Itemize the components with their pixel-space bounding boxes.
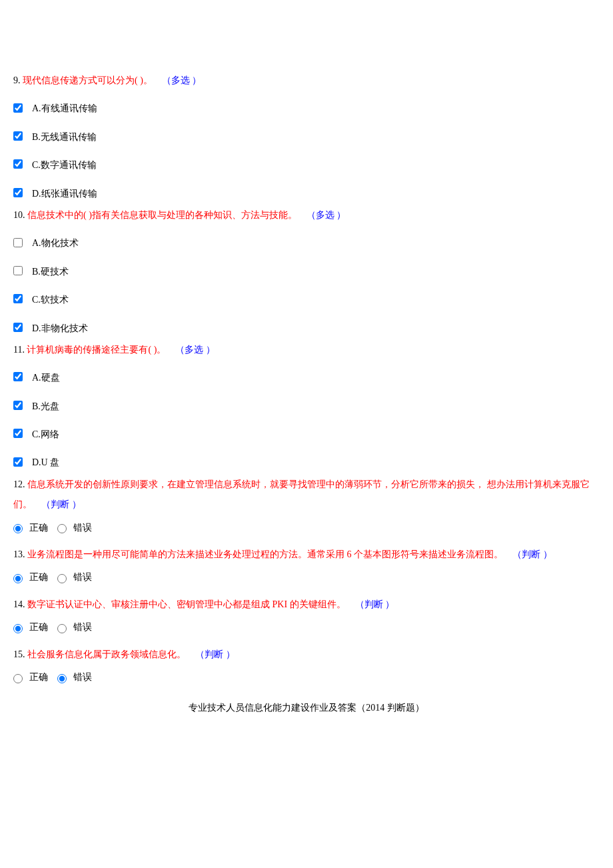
question-15: 15. 社会服务信息化属于政务领域信息化。 （判断 ）: [13, 647, 600, 662]
checkbox-option-a[interactable]: [13, 372, 23, 381]
true-false-row: 正确 错误: [13, 620, 600, 635]
question-12-line2: 们。 （判断 ）: [13, 497, 600, 512]
question-10: 10. 信息技术中的( )指有关信息获取与处理的各种知识、方法与技能。 （多选 …: [13, 208, 600, 223]
question-text: 业务流程图是一种用尽可能简单的方法来描述业务处理过程的方法。通常采用 6 个基本…: [27, 549, 503, 559]
option-label: C.数字通讯传输: [32, 158, 97, 173]
false-label: 错误: [73, 670, 92, 685]
question-number: 14.: [13, 599, 25, 609]
true-false-row: 正确 错误: [13, 670, 600, 685]
option-label: A.物化技术: [32, 236, 79, 251]
option-label: B.硬技术: [32, 265, 69, 279]
checkbox-option-b[interactable]: [13, 401, 23, 410]
checkbox-option-c[interactable]: [13, 159, 23, 169]
question-text-cont: 们。: [13, 499, 32, 509]
true-label: 正确: [29, 570, 48, 585]
radio-true[interactable]: [13, 524, 23, 533]
question-type-tag: （判断 ）: [195, 649, 235, 659]
option-row-b: B.光盘: [13, 399, 600, 414]
question-type-tag: （判断 ）: [41, 499, 81, 509]
checkbox-option-b[interactable]: [13, 131, 23, 141]
radio-false[interactable]: [57, 624, 67, 633]
question-text: 现代信息传递方式可以分为( )。: [23, 75, 153, 85]
option-label: B.光盘: [32, 399, 59, 414]
question-type-tag: （多选 ）: [306, 210, 346, 220]
radio-true[interactable]: [13, 674, 23, 683]
checkbox-option-a[interactable]: [13, 238, 23, 247]
radio-true[interactable]: [13, 624, 23, 633]
question-number: 10.: [13, 210, 25, 220]
true-label: 正确: [29, 620, 48, 635]
option-row-a: A.有线通讯传输: [13, 101, 600, 116]
question-text: 信息技术中的( )指有关信息获取与处理的各种知识、方法与技能。: [27, 210, 297, 220]
question-number: 12.: [13, 479, 25, 489]
option-label: D.U 盘: [32, 455, 59, 470]
true-label: 正确: [29, 670, 48, 685]
radio-false[interactable]: [57, 574, 67, 583]
option-label: B.无线通讯传输: [32, 130, 97, 145]
question-type-tag: （多选 ）: [162, 75, 202, 85]
question-text: 社会服务信息化属于政务领域信息化。: [27, 649, 186, 659]
option-label: D.非物化技术: [32, 321, 88, 336]
question-text: 信息系统开发的创新性原则要求，在建立管理信息系统时，就要寻找管理中的薄弱环节，分…: [27, 479, 590, 489]
checkbox-option-d[interactable]: [13, 188, 23, 197]
option-row-d: D.纸张通讯传输: [13, 187, 600, 201]
option-row-b: B.硬技术: [13, 265, 600, 279]
checkbox-option-c[interactable]: [13, 429, 23, 438]
question-11: 11. 计算机病毒的传播途径主要有( )。 （多选 ）: [13, 343, 600, 357]
question-number: 15.: [13, 649, 25, 659]
question-12: 12. 信息系统开发的创新性原则要求，在建立管理信息系统时，就要寻找管理中的薄弱…: [13, 477, 600, 492]
option-label: A.有线通讯传输: [32, 101, 97, 116]
option-row-c: C.数字通讯传输: [13, 158, 600, 173]
option-label: A.硬盘: [32, 371, 60, 385]
question-number: 11.: [13, 345, 25, 355]
radio-false[interactable]: [57, 674, 67, 683]
question-number: 9.: [13, 75, 21, 85]
option-row-d: D.U 盘: [13, 455, 600, 470]
false-label: 错误: [73, 570, 92, 585]
true-false-row: 正确 错误: [13, 521, 600, 535]
option-row-a: A.硬盘: [13, 371, 600, 385]
question-14: 14. 数字证书认证中心、审核注册中心、密钥管理中心都是组成 PKI 的关键组件…: [13, 597, 600, 612]
option-label: D.纸张通讯传输: [32, 187, 97, 201]
question-number: 13.: [13, 549, 25, 559]
false-label: 错误: [73, 620, 92, 635]
option-row-b: B.无线通讯传输: [13, 130, 600, 145]
checkbox-option-d[interactable]: [13, 323, 23, 332]
question-text: 数字证书认证中心、审核注册中心、密钥管理中心都是组成 PKI 的关键组件。: [27, 599, 346, 609]
true-false-row: 正确 错误: [13, 570, 600, 585]
option-row-a: A.物化技术: [13, 236, 600, 251]
option-row-d: D.非物化技术: [13, 321, 600, 336]
false-label: 错误: [73, 521, 92, 535]
question-text: 计算机病毒的传播途径主要有( )。: [27, 345, 166, 355]
question-9: 9. 现代信息传递方式可以分为( )。 （多选 ）: [13, 73, 600, 88]
radio-true[interactable]: [13, 574, 23, 583]
checkbox-option-b[interactable]: [13, 266, 23, 275]
checkbox-option-d[interactable]: [13, 457, 23, 467]
footer-title: 专业技术人员信息化能力建设作业及答案（2014 判断题）: [13, 701, 600, 715]
question-type-tag: （判断 ）: [355, 599, 395, 609]
option-row-c: C.软技术: [13, 293, 600, 307]
checkbox-option-c[interactable]: [13, 294, 23, 303]
question-13: 13. 业务流程图是一种用尽可能简单的方法来描述业务处理过程的方法。通常采用 6…: [13, 547, 600, 562]
true-label: 正确: [29, 521, 48, 535]
radio-false[interactable]: [57, 524, 67, 533]
question-type-tag: （多选 ）: [175, 345, 215, 355]
option-label: C.网络: [32, 427, 59, 442]
option-label: C.软技术: [32, 293, 69, 307]
checkbox-option-a[interactable]: [13, 103, 23, 113]
option-row-c: C.网络: [13, 427, 600, 442]
question-type-tag: （判断 ）: [512, 549, 552, 559]
